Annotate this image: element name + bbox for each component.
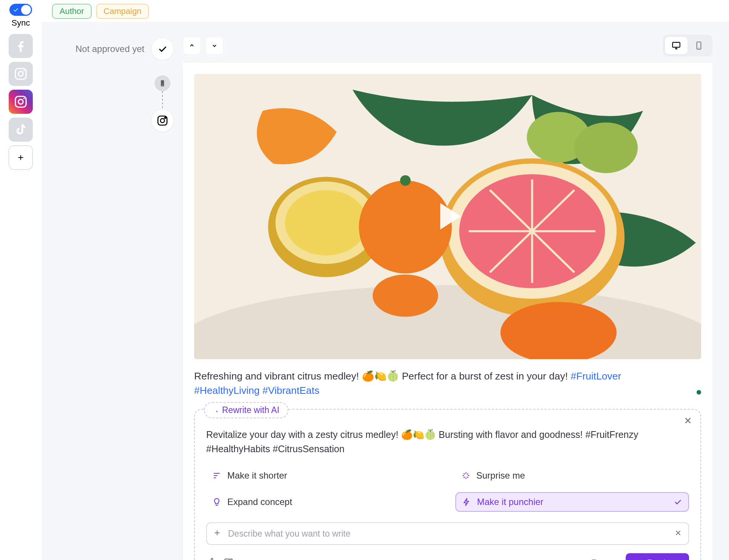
facebook-icon bbox=[14, 39, 28, 53]
channel-instagram-inactive[interactable] bbox=[9, 62, 33, 86]
ai-rewrite-badge: Rewrite with AI bbox=[204, 402, 288, 418]
ai-prompt-field bbox=[206, 522, 689, 545]
ai-option-expand[interactable]: Expand concept bbox=[206, 492, 440, 512]
instagram-icon bbox=[14, 95, 28, 109]
caption-hashtag[interactable]: #VibrantEats bbox=[262, 385, 319, 396]
ai-retry-button[interactable]: Retry bbox=[586, 555, 618, 560]
channel-tiktok[interactable] bbox=[9, 118, 33, 142]
ai-option-surprise[interactable]: Surprise me bbox=[455, 467, 689, 485]
channel-rail: Sync bbox=[0, 0, 41, 560]
preview-desktop[interactable] bbox=[665, 37, 688, 54]
svg-point-9 bbox=[161, 119, 165, 123]
svg-point-30 bbox=[574, 122, 638, 173]
lightning-icon bbox=[462, 497, 471, 506]
svg-rect-7 bbox=[162, 85, 163, 86]
ai-close-button[interactable] bbox=[683, 416, 693, 427]
post-card: Refreshing and vibrant citrus medley! 🍊🍋… bbox=[183, 63, 712, 560]
ai-option-shorter[interactable]: Make it shorter bbox=[206, 467, 440, 485]
approve-button[interactable] bbox=[151, 38, 174, 60]
tag-campaign[interactable]: Campaign bbox=[96, 4, 149, 19]
thumbs-up-icon bbox=[206, 557, 216, 560]
channel-instagram-active[interactable] bbox=[9, 90, 33, 114]
ai-prompt-clear[interactable] bbox=[674, 529, 682, 539]
card-toolbar bbox=[183, 35, 712, 57]
svg-point-2 bbox=[23, 70, 25, 71]
close-icon bbox=[674, 529, 682, 537]
prev-post-button[interactable] bbox=[183, 37, 201, 55]
chevron-up-icon bbox=[188, 42, 196, 49]
sparkle-icon bbox=[461, 471, 470, 480]
post-caption[interactable]: Refreshing and vibrant citrus medley! 🍊🍋… bbox=[194, 369, 701, 398]
ai-replace-button[interactable]: Replace bbox=[626, 553, 689, 560]
device-preview-toggle bbox=[663, 35, 712, 57]
shorten-icon bbox=[212, 471, 221, 480]
approval-status: Not approved yet bbox=[75, 44, 144, 54]
ai-prompt-input[interactable] bbox=[206, 522, 689, 545]
next-post-button[interactable] bbox=[205, 37, 224, 55]
sync-toggle[interactable] bbox=[9, 4, 32, 16]
post-media[interactable] bbox=[194, 74, 701, 359]
ai-thumbs-down[interactable] bbox=[224, 557, 233, 560]
tag-author[interactable]: Author bbox=[52, 4, 92, 19]
flow-node-device[interactable] bbox=[155, 75, 170, 91]
thumbs-down-icon bbox=[224, 557, 233, 560]
caption-hashtag[interactable]: #FruitLover bbox=[571, 370, 621, 382]
check-icon bbox=[673, 497, 682, 506]
check-icon bbox=[13, 7, 19, 13]
channel-facebook[interactable] bbox=[9, 34, 33, 58]
rewrite-icon bbox=[210, 406, 218, 415]
ai-option-punchier[interactable]: Make it punchier bbox=[455, 492, 689, 512]
svg-point-10 bbox=[165, 117, 166, 118]
ai-suggestion-text: Revitalize your day with a zesty citrus … bbox=[206, 428, 689, 456]
caption-text: Refreshing and vibrant citrus medley! 🍊🍋… bbox=[194, 370, 571, 382]
instagram-icon bbox=[14, 67, 28, 81]
edit-indicator-dot bbox=[697, 390, 701, 395]
plus-icon bbox=[213, 529, 221, 537]
ai-thumbs-up[interactable] bbox=[206, 557, 216, 560]
phone-icon bbox=[694, 41, 704, 50]
svg-point-26 bbox=[400, 175, 410, 186]
svg-rect-11 bbox=[672, 42, 680, 47]
svg-point-5 bbox=[23, 98, 25, 99]
top-strip: Author Campaign bbox=[41, 0, 729, 23]
sync-label: Sync bbox=[12, 18, 30, 28]
caption-hashtag[interactable]: #HealthyLiving bbox=[194, 385, 260, 396]
flow-node-instagram[interactable] bbox=[151, 109, 174, 132]
instagram-icon bbox=[156, 115, 168, 127]
preview-mobile[interactable] bbox=[688, 37, 710, 54]
svg-point-1 bbox=[18, 72, 23, 77]
media-illustration bbox=[194, 74, 701, 359]
approval-column: Not approved yet bbox=[41, 23, 183, 560]
lightbulb-icon bbox=[212, 497, 221, 506]
svg-point-27 bbox=[373, 274, 438, 317]
phone-icon bbox=[159, 80, 166, 87]
check-icon bbox=[157, 44, 168, 54]
add-channel-button[interactable] bbox=[9, 145, 33, 170]
chevron-down-icon bbox=[211, 42, 218, 49]
monitor-icon bbox=[671, 41, 681, 50]
svg-point-4 bbox=[18, 99, 23, 104]
plus-icon bbox=[17, 153, 25, 162]
ai-rewrite-panel: Rewrite with AI Revitalize your day with… bbox=[194, 409, 701, 560]
main: Author Campaign Not approved yet bbox=[41, 0, 729, 560]
close-icon bbox=[683, 416, 693, 425]
svg-point-25 bbox=[359, 181, 452, 274]
svg-point-24 bbox=[285, 190, 368, 256]
tiktok-icon bbox=[14, 122, 28, 137]
flow-diagram bbox=[151, 75, 174, 132]
